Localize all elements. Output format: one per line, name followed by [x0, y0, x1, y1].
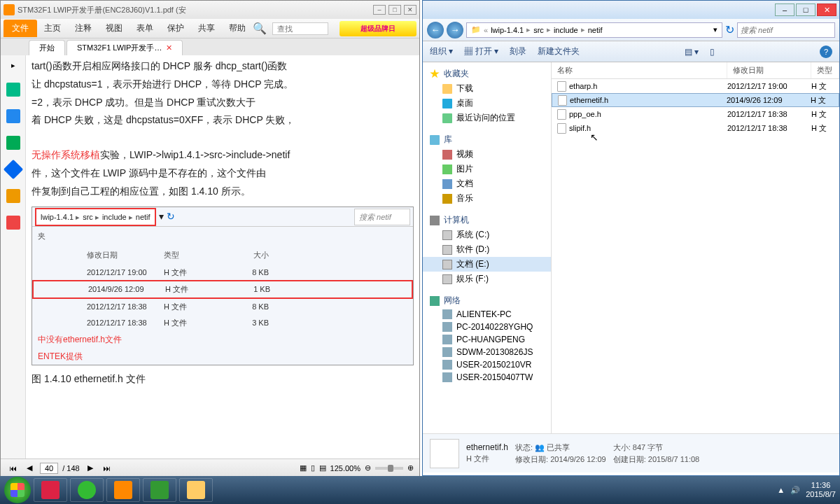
explorer-nav: ← → 📁« lwip-1.4.1▸ src▸ include▸ netif ▾…: [423, 19, 839, 41]
help-icon[interactable]: ?: [820, 46, 832, 58]
promo-banner[interactable]: 超级品牌日: [340, 21, 416, 36]
minimize-button[interactable]: –: [775, 4, 794, 16]
clock[interactable]: 11:362015/8/7: [806, 481, 836, 499]
tab-start[interactable]: 开始: [29, 40, 65, 55]
menu-share[interactable]: 共享: [191, 20, 222, 37]
file-row[interactable]: ethernetif.h2014/9/26 12:09H 文: [552, 93, 839, 107]
page-input[interactable]: 40: [40, 463, 58, 474]
tree-drive-e[interactable]: 文档 (E:): [423, 257, 551, 272]
refresh-button[interactable]: ↻: [725, 23, 734, 36]
menu-form[interactable]: 表单: [130, 20, 160, 37]
taskbar: ▲ 🔊 11:362015/8/7: [0, 476, 840, 504]
menu-home[interactable]: 主页: [37, 20, 68, 37]
tree-host[interactable]: PC-HUANGPENG: [423, 333, 551, 346]
zoom-slider[interactable]: [375, 467, 403, 470]
zoom-in-button[interactable]: ⊕: [407, 463, 414, 472]
pdf-statusbar: ⏮ ◀ 40 / 148 ▶ ⏭ ▦ ▯ ▤ 125.00% ⊖ ⊕: [1, 458, 419, 477]
list-header[interactable]: 名称 修改日期 类型: [552, 62, 839, 79]
next-page-button[interactable]: ▶: [84, 463, 97, 472]
window-title: STM32F1 LWIP开发手册(ENC28J60)V1.1.pdf (安: [18, 5, 186, 15]
tree-documents[interactable]: 文档: [423, 176, 551, 191]
menu-help[interactable]: 帮助: [222, 20, 253, 37]
view-button[interactable]: ▤ ▾: [685, 47, 699, 57]
tree-host[interactable]: ALIENTEK-PC: [423, 308, 551, 321]
breadcrumb[interactable]: 📁« lwip-1.4.1▸ src▸ include▸ netif ▾: [466, 22, 722, 38]
taskbar-app-browser[interactable]: [70, 478, 104, 502]
burn-button[interactable]: 刻录: [510, 46, 526, 57]
continuous-icon[interactable]: ▤: [319, 463, 326, 472]
tree-pictures[interactable]: 图片: [423, 162, 551, 176]
menu-comment[interactable]: 注释: [68, 20, 99, 37]
maximize-button[interactable]: □: [796, 4, 816, 16]
file-row[interactable]: ppp_oe.h2012/12/17 18:38H 文: [552, 107, 839, 121]
new-folder-button[interactable]: 新建文件夹: [538, 46, 580, 57]
tray-icon[interactable]: ▲: [777, 486, 785, 494]
file-list: 名称 修改日期 类型 etharp.h2012/12/17 19:00H 文 e…: [552, 62, 839, 433]
last-page-button[interactable]: ⏭: [101, 464, 113, 472]
tree-host[interactable]: USER-20150210VR: [423, 358, 551, 371]
tree-host[interactable]: SDWM-20130826JS: [423, 346, 551, 358]
computer-group[interactable]: 计算机: [423, 213, 551, 227]
tree-host[interactable]: PC-20140228YGHQ: [423, 321, 551, 333]
zoom-out-button[interactable]: ⊖: [365, 463, 371, 472]
tree-drive-f[interactable]: 娱乐 (F:): [423, 272, 551, 286]
tree-video[interactable]: 视频: [423, 147, 551, 162]
close-button[interactable]: ✕: [817, 4, 836, 16]
file-row[interactable]: slipif.h2012/12/17 18:38H 文: [552, 121, 839, 135]
tray-icon[interactable]: 🔊: [790, 486, 800, 495]
tree-music[interactable]: 音乐: [423, 191, 551, 206]
maximize-button[interactable]: □: [388, 5, 401, 15]
menu-file[interactable]: 文件: [4, 20, 37, 37]
taskbar-app-foxit[interactable]: [106, 478, 140, 502]
navigation-tree: 收藏夹 下载 桌面 最近访问的位置 库 视频 图片 文档 音乐 计算机 系统 (…: [423, 62, 552, 433]
explorer-toolbar: 组织 ▾ ▦ 打开 ▾ 刻录 新建文件夹 ▤ ▾ ▯ ?: [423, 41, 839, 62]
explorer-window: – □ ✕ ← → 📁« lwip-1.4.1▸ src▸ include▸ n…: [422, 0, 840, 476]
bookmark-icon[interactable]: [6, 136, 20, 150]
network-group[interactable]: 网络: [423, 293, 551, 308]
breadcrumb: lwip-1.4.1srcincludenetif: [35, 208, 156, 227]
expand-icon[interactable]: ▸: [11, 61, 15, 70]
preview-pane-button[interactable]: ▯: [710, 47, 715, 57]
pdf-content: tart()函数开启相应网络接口的 DHCP 服务 dhcp_start()函数…: [26, 55, 419, 458]
zoom-level: 125.00%: [330, 464, 360, 472]
close-button[interactable]: ✕: [404, 5, 416, 15]
forward-button[interactable]: →: [447, 22, 463, 38]
menu-view[interactable]: 视图: [99, 20, 130, 37]
minimize-button[interactable]: –: [373, 5, 386, 15]
tree-recent[interactable]: 最近访问的位置: [423, 111, 551, 125]
tree-drive-d[interactable]: 软件 (D:): [423, 242, 551, 257]
file-icon: [557, 123, 566, 134]
signature-icon[interactable]: [6, 216, 20, 230]
back-button[interactable]: ←: [427, 22, 444, 38]
app-icon: [4, 4, 15, 15]
tree-downloads[interactable]: 下载: [423, 81, 551, 96]
start-button[interactable]: [4, 477, 31, 503]
taskbar-app-explorer[interactable]: [179, 478, 213, 502]
library-group[interactable]: 库: [423, 132, 551, 147]
page-icon[interactable]: [6, 83, 20, 97]
close-icon[interactable]: ✕: [166, 43, 172, 52]
search-input[interactable]: [737, 22, 835, 38]
tree-drive-c[interactable]: 系统 (C:): [423, 227, 551, 242]
favorites-group[interactable]: 收藏夹: [423, 66, 551, 81]
file-row[interactable]: etharp.h2012/12/17 19:00H 文: [552, 79, 839, 93]
layout-icon[interactable]: ▦: [300, 463, 307, 472]
taskbar-app-vs[interactable]: [143, 478, 176, 502]
taskbar-app-powerpoint[interactable]: [34, 478, 67, 502]
single-page-icon[interactable]: ▯: [311, 463, 315, 472]
organize-button[interactable]: 组织 ▾: [430, 46, 453, 57]
menu-protect[interactable]: 保护: [160, 20, 191, 37]
clipboard-icon[interactable]: [6, 109, 20, 123]
attachment-icon[interactable]: [3, 160, 22, 179]
search-input[interactable]: [272, 22, 328, 35]
tab-document[interactable]: STM32F1 LWIP开发手…✕: [66, 40, 183, 55]
pdf-menubar: 文件 主页 注释 视图 表单 保护 共享 帮助 🔍 超级品牌日: [1, 19, 419, 38]
lock-icon[interactable]: [6, 189, 20, 203]
first-page-button[interactable]: ⏮: [6, 464, 19, 472]
tree-desktop[interactable]: 桌面: [423, 96, 551, 111]
open-button[interactable]: ▦ 打开 ▾: [464, 46, 498, 57]
tree-host[interactable]: USER-20150407TW: [423, 371, 551, 384]
system-tray[interactable]: ▲ 🔊 11:362015/8/7: [777, 481, 836, 499]
pdf-sidebar: ▸: [1, 55, 26, 458]
prev-page-button[interactable]: ◀: [23, 463, 36, 472]
